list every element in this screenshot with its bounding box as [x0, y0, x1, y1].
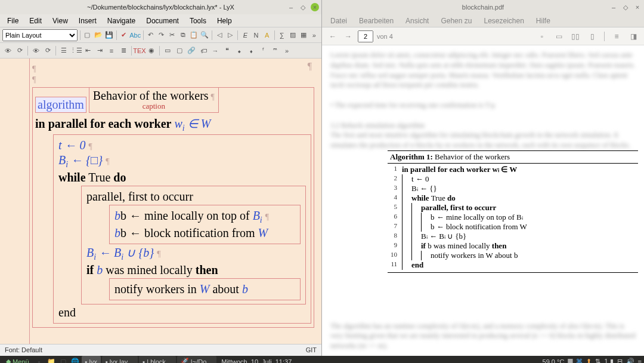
sidebar-icon[interactable]: ◨: [627, 30, 639, 42]
update-master-icon[interactable]: ⟳: [42, 45, 53, 56]
dual-page-icon[interactable]: ▯▯: [569, 30, 581, 42]
maximize-icon[interactable]: ◇: [621, 3, 630, 11]
close-icon[interactable]: ×: [633, 3, 642, 11]
bluetooth-icon[interactable]: ⌘: [576, 358, 583, 363]
index-icon[interactable]: ⬥: [234, 45, 244, 56]
next-page-icon[interactable]: →: [342, 30, 354, 42]
menu-document[interactable]: Document: [141, 16, 184, 26]
settings-icon[interactable]: ≡: [611, 30, 623, 42]
pdf-titlebar[interactable]: blockchain.pdf – ◇ ×: [322, 0, 644, 14]
menu-edit[interactable]: Edit: [24, 16, 47, 26]
temp-indicator[interactable]: 59.0 °C: [543, 358, 565, 363]
browser-icon[interactable]: 🌐: [70, 356, 80, 363]
noun-icon[interactable]: N: [251, 30, 261, 41]
depth-dec-icon[interactable]: ≡: [106, 45, 117, 56]
ref-icon[interactable]: →: [210, 45, 221, 56]
updates-icon[interactable]: ⬆: [586, 358, 592, 363]
float-type-label[interactable]: algorithm: [35, 97, 86, 113]
tray-more-icon[interactable]: ≡: [638, 358, 642, 363]
show-desktop-icon[interactable]: ▫: [34, 356, 45, 363]
menu-view[interactable]: View: [48, 16, 73, 26]
menu-tools[interactable]: Tools: [185, 16, 211, 26]
spellcheck-icon[interactable]: ✔: [119, 30, 129, 41]
task-doc[interactable]: 🚀 |~/Do…: [177, 356, 216, 363]
close-icon[interactable]: ×: [311, 3, 319, 11]
menu-hilfe[interactable]: Hilfe: [531, 16, 555, 26]
continuous-icon[interactable]: ▯: [586, 30, 598, 42]
prev-page-icon[interactable]: ←: [327, 30, 339, 42]
maximize-icon[interactable]: ◇: [299, 3, 307, 11]
label-icon[interactable]: 🏷: [198, 45, 209, 56]
menu-file[interactable]: File: [2, 16, 23, 26]
note-icon[interactable]: ▭: [162, 45, 173, 56]
menu-insert[interactable]: Insert: [74, 16, 101, 26]
cite-icon[interactable]: ❝: [222, 45, 233, 56]
menu-navigate[interactable]: Navigate: [103, 16, 140, 26]
footnote-icon[interactable]: ᶠ: [258, 45, 268, 56]
open-icon[interactable]: 📂: [94, 30, 103, 41]
lyx-titlebar[interactable]: ~/Dokumente/blockchains/lyx/blockchain.l…: [0, 0, 321, 14]
minimize-icon[interactable]: –: [609, 3, 618, 11]
task-lyxlay[interactable]: ▪ lyx lay…: [102, 356, 138, 363]
table-icon[interactable]: ▦: [299, 30, 308, 41]
spellcheck2-icon[interactable]: Abc: [130, 30, 141, 41]
indent-icon[interactable]: ⇥: [94, 45, 105, 56]
menu-gehenzu[interactable]: Gehen zu: [436, 16, 476, 26]
algorithm-float[interactable]: ¶ algorithm Behavior of the workers ¶ ca…: [32, 87, 314, 328]
emph-icon[interactable]: E: [240, 30, 250, 41]
redo-icon[interactable]: ↷: [157, 30, 166, 41]
disk-icon[interactable]: ⊟: [617, 358, 623, 363]
depth-inc-icon[interactable]: ≣: [118, 45, 129, 56]
taskbar-datetime[interactable]: Mittwoch, 10. Juli, 11:37: [221, 358, 292, 363]
menu-lesezeichen[interactable]: Lesezeichen: [479, 16, 528, 26]
new-doc-icon[interactable]: ▢: [82, 30, 92, 41]
preview-icon[interactable]: ◉: [146, 45, 157, 56]
caption-inset[interactable]: Behavior of the workers ¶ caption: [89, 88, 219, 113]
box-icon[interactable]: ▢: [174, 45, 185, 56]
graphics-icon[interactable]: ▨: [288, 30, 298, 41]
undo-icon[interactable]: ↶: [146, 30, 156, 41]
view-master-icon[interactable]: 👁: [30, 45, 41, 56]
menu-bearbeiten[interactable]: Bearbeiten: [354, 16, 398, 26]
task-block[interactable]: ▪ | block…: [139, 356, 176, 363]
pdf-page[interactable]: Lorem ipsum dolor sit amet, consectetur …: [322, 45, 644, 356]
math-icon[interactable]: ∑: [277, 30, 287, 41]
more-icon[interactable]: »: [281, 45, 292, 56]
view-icon[interactable]: 👁: [2, 45, 13, 56]
nav-back-icon[interactable]: ◁: [215, 30, 224, 41]
enum-icon[interactable]: ⋮☰: [70, 45, 81, 56]
apply-icon[interactable]: A: [262, 30, 272, 41]
menu-help[interactable]: Help: [212, 16, 237, 26]
menu-datei[interactable]: Datei: [326, 16, 352, 26]
fit-width-icon[interactable]: ▭: [553, 30, 565, 42]
menu-ansicht[interactable]: Ansicht: [401, 16, 434, 26]
battery-icon[interactable]: 1 ▮: [604, 358, 613, 363]
task-lyx[interactable]: ▪ lyx: [82, 356, 101, 363]
start-menu-button[interactable]: ◆ Menü: [2, 356, 33, 363]
ert-icon[interactable]: TEX: [134, 45, 145, 56]
nav-fwd-icon[interactable]: ▷: [225, 30, 235, 41]
minimize-icon[interactable]: –: [287, 3, 295, 11]
outdent-icon[interactable]: ⇤: [82, 45, 93, 56]
files-icon[interactable]: 📁: [46, 356, 57, 363]
link-icon[interactable]: 🔗: [186, 45, 197, 56]
pdf-menubar: Datei Bearbeiten Ansicht Gehen zu Leseze…: [322, 14, 644, 27]
page-number-input[interactable]: [358, 30, 373, 42]
terminal-icon[interactable]: ▢: [58, 356, 69, 363]
network-icon[interactable]: ⇅: [595, 358, 600, 363]
paragraph-style-select[interactable]: Plain Layout: [2, 29, 78, 41]
paste-icon[interactable]: 📋: [189, 30, 199, 41]
lyx-editor[interactable]: ¶ ¶ ¶ algorithm Behavior of the workers …: [0, 59, 321, 344]
update-icon[interactable]: ⟳: [14, 45, 25, 56]
marginnote-icon[interactable]: ᵐ: [270, 45, 280, 56]
more-icon[interactable]: »: [309, 30, 319, 41]
cpu-icon[interactable]: ▓: [568, 358, 572, 363]
nomencl-icon[interactable]: ⬧: [246, 45, 256, 56]
cut-icon[interactable]: ✂: [168, 30, 177, 41]
volume-icon[interactable]: 🔊: [626, 358, 634, 363]
bullet-icon[interactable]: ☰: [58, 45, 69, 56]
fit-page-icon[interactable]: ▫: [536, 30, 548, 42]
copy-icon[interactable]: ⧉: [178, 30, 188, 41]
find-icon[interactable]: 🔍: [200, 30, 209, 41]
save-icon[interactable]: 💾: [104, 30, 114, 41]
